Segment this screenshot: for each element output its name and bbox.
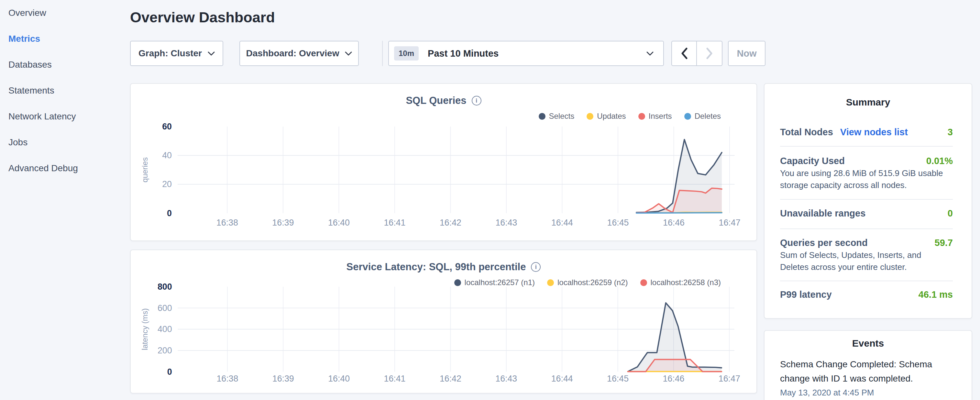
chevron-right-icon bbox=[706, 48, 713, 59]
events-panel: Events Schema Change Completed: Schema c… bbox=[764, 330, 972, 400]
svg-text:16:43: 16:43 bbox=[495, 218, 517, 228]
page: { "sidebar": { "items": [ {"label":"Over… bbox=[0, 0, 980, 400]
summary-row-value: 59.7 bbox=[935, 237, 953, 248]
summary-divider bbox=[780, 280, 953, 281]
summary-row-label: P99 latency bbox=[780, 289, 832, 300]
summary-row-unavailable-ranges: Unavailable ranges 0 bbox=[780, 206, 953, 220]
sidebar-item-jobs[interactable]: Jobs bbox=[8, 129, 123, 155]
svg-text:800: 800 bbox=[158, 282, 172, 292]
summary-row-p99-latency: P99 latency 46.1 ms bbox=[780, 287, 953, 302]
sidebar-item-network-latency[interactable]: Network Latency bbox=[8, 104, 123, 129]
sidebar-item-advanced-debug[interactable]: Advanced Debug bbox=[8, 155, 123, 181]
svg-text:16:41: 16:41 bbox=[384, 374, 406, 384]
sidebar-item-metrics[interactable]: Metrics bbox=[8, 26, 123, 52]
dashboard-dropdown-label: Dashboard: Overview bbox=[246, 48, 339, 59]
summary-title: Summary bbox=[765, 97, 972, 108]
chevron-left-icon bbox=[681, 48, 687, 59]
events-title: Events bbox=[765, 338, 972, 349]
svg-text:20: 20 bbox=[162, 179, 172, 189]
graph-dropdown[interactable]: Graph: Cluster bbox=[130, 41, 223, 66]
sql-queries-chart-card: SQL Queries i SelectsUpdatesInsertsDelet… bbox=[130, 83, 757, 241]
svg-text:16:39: 16:39 bbox=[272, 218, 294, 228]
time-range-label: Past 10 Minutes bbox=[428, 48, 646, 59]
svg-text:16:47: 16:47 bbox=[719, 218, 741, 228]
sidebar-item-databases[interactable]: Databases bbox=[8, 52, 123, 78]
svg-text:16:40: 16:40 bbox=[328, 218, 350, 228]
summary-panel: Summary Total Nodes View nodes list 3 Ca… bbox=[764, 83, 972, 319]
summary-row-capacity-used: Capacity Used 0.01% bbox=[780, 154, 953, 168]
svg-text:400: 400 bbox=[158, 324, 172, 334]
svg-text:16:38: 16:38 bbox=[216, 218, 238, 228]
svg-text:16:42: 16:42 bbox=[440, 374, 461, 384]
summary-divider bbox=[780, 199, 953, 200]
page-title: Overview Dashboard bbox=[130, 9, 275, 26]
now-button[interactable]: Now bbox=[728, 41, 765, 66]
summary-row-label: Total Nodes bbox=[780, 127, 833, 137]
svg-text:16:46: 16:46 bbox=[663, 218, 685, 228]
svg-text:0: 0 bbox=[167, 209, 172, 218]
svg-text:16:44: 16:44 bbox=[551, 374, 573, 384]
svg-text:16:38: 16:38 bbox=[216, 374, 238, 384]
svg-text:latency (ms): latency (ms) bbox=[140, 308, 149, 350]
svg-text:16:39: 16:39 bbox=[272, 374, 294, 384]
time-range-badge: 10m bbox=[394, 46, 418, 61]
svg-text:16:40: 16:40 bbox=[328, 374, 350, 384]
time-range-selector[interactable]: 10m Past 10 Minutes bbox=[388, 41, 664, 66]
view-nodes-list-link[interactable]: View nodes list bbox=[840, 127, 908, 137]
summary-row-description: You are using 28.6 MiB of 515.9 GiB usab… bbox=[780, 167, 949, 191]
svg-text:600: 600 bbox=[158, 303, 172, 313]
svg-text:40: 40 bbox=[162, 150, 172, 160]
svg-text:60: 60 bbox=[162, 122, 172, 131]
svg-text:16:41: 16:41 bbox=[384, 218, 406, 228]
graph-dropdown-label: Graph: Cluster bbox=[138, 48, 202, 59]
summary-divider bbox=[780, 146, 953, 147]
svg-text:16:46: 16:46 bbox=[663, 374, 684, 384]
summary-row-value: 0 bbox=[948, 208, 953, 219]
sidebar-item-overview[interactable]: Overview bbox=[8, 0, 123, 26]
chevron-down-icon bbox=[208, 51, 215, 56]
summary-divider bbox=[780, 228, 953, 229]
event-timestamp: May 13, 2020 at 4:45 PM bbox=[780, 388, 956, 398]
chevron-down-icon bbox=[345, 51, 352, 56]
next-time-button[interactable] bbox=[697, 41, 722, 66]
service-latency-chart-card: Service Latency: SQL, 99th percentile i … bbox=[130, 250, 757, 394]
summary-row-total-nodes: Total Nodes View nodes list 3 bbox=[780, 125, 953, 139]
controls-divider bbox=[382, 41, 383, 66]
summary-row-description: Sum of Selects, Updates, Inserts, and De… bbox=[780, 249, 949, 273]
svg-text:queries: queries bbox=[140, 157, 149, 183]
sidebar: Overview Metrics Databases Statements Ne… bbox=[0, 0, 123, 400]
svg-text:16:45: 16:45 bbox=[607, 374, 628, 384]
svg-text:0: 0 bbox=[167, 367, 172, 377]
dashboard-dropdown[interactable]: Dashboard: Overview bbox=[239, 41, 359, 66]
summary-row-value: 46.1 ms bbox=[918, 289, 953, 300]
summary-row-label: Capacity Used bbox=[780, 156, 845, 166]
svg-text:16:45: 16:45 bbox=[607, 218, 629, 228]
svg-text:16:44: 16:44 bbox=[551, 218, 573, 228]
svg-text:16:42: 16:42 bbox=[440, 218, 461, 228]
event-message: Schema Change Completed: Schema change w… bbox=[780, 357, 956, 386]
previous-time-button[interactable] bbox=[671, 41, 697, 66]
summary-row-label: Unavailable ranges bbox=[780, 208, 865, 219]
svg-text:16:43: 16:43 bbox=[495, 374, 517, 384]
summary-row-value: 0.01% bbox=[926, 156, 953, 166]
time-step-buttons bbox=[671, 41, 722, 66]
svg-text:16:47: 16:47 bbox=[719, 374, 740, 384]
chart-plot[interactable]: 16:3816:3916:4016:4116:4216:4316:4416:45… bbox=[131, 250, 756, 393]
svg-text:200: 200 bbox=[158, 346, 172, 355]
summary-row-queries-per-second: Queries per second 59.7 bbox=[780, 236, 953, 250]
chevron-down-icon bbox=[646, 51, 654, 56]
sidebar-item-statements[interactable]: Statements bbox=[8, 78, 123, 104]
summary-row-label: Queries per second bbox=[780, 237, 868, 248]
chart-plot[interactable]: 16:3816:3916:4016:4116:4216:4316:4416:45… bbox=[131, 84, 756, 241]
controls-bar: Graph: Cluster Dashboard: Overview 10m P… bbox=[130, 41, 907, 66]
summary-row-value: 3 bbox=[948, 127, 953, 137]
